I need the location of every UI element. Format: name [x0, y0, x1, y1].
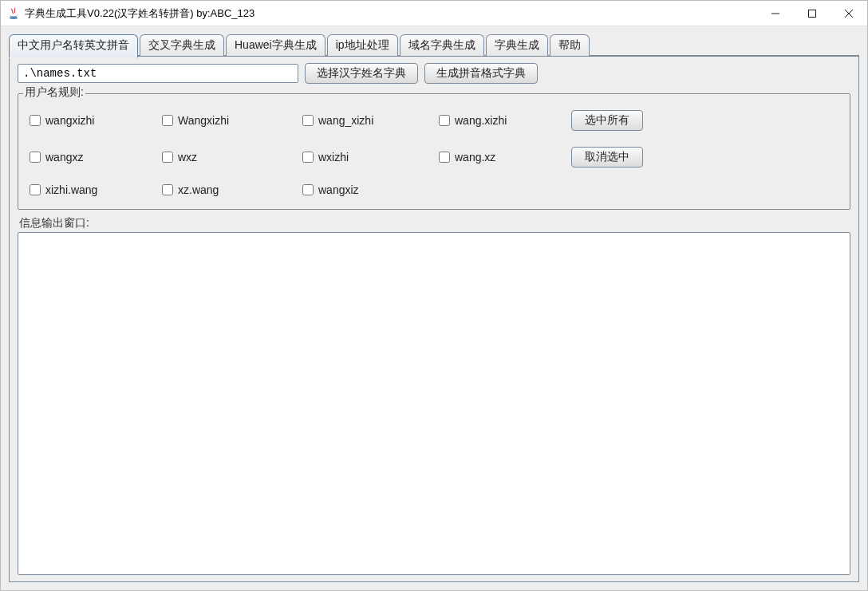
- select-all-button[interactable]: 选中所有: [571, 110, 643, 131]
- rule-label: wang_xizhi: [318, 114, 373, 127]
- titlebar: 字典生成工具V0.22(汉字姓名转拼音) by:ABC_123: [1, 1, 867, 26]
- checkbox-icon[interactable]: [162, 115, 173, 126]
- minimize-button[interactable]: [757, 1, 794, 26]
- svg-rect-2: [809, 10, 816, 17]
- app-window: 字典生成工具V0.22(汉字姓名转拼音) by:ABC_123 中文用户名转英文…: [0, 0, 868, 591]
- rule-checkbox[interactable]: wxizhi: [302, 151, 434, 164]
- tabstrip: 中文用户名转英文拼音 交叉字典生成 Huawei字典生成 ip地址处理 域名字典…: [9, 33, 859, 57]
- choose-dict-button[interactable]: 选择汉字姓名字典: [305, 63, 418, 84]
- content-area: 中文用户名转英文拼音 交叉字典生成 Huawei字典生成 ip地址处理 域名字典…: [1, 26, 867, 590]
- tab-ip[interactable]: ip地址处理: [327, 34, 398, 56]
- generate-pinyin-button[interactable]: 生成拼音格式字典: [424, 63, 538, 84]
- rule-label: wangxizhi: [45, 114, 94, 127]
- rules-group: 用户名规则: wangxizhi Wangxizhi wang_xizhi wa…: [18, 93, 850, 210]
- checkbox-icon[interactable]: [162, 152, 173, 163]
- rule-checkbox[interactable]: wangxiz: [302, 183, 434, 196]
- checkbox-icon[interactable]: [30, 152, 41, 163]
- rule-checkbox[interactable]: wang_xizhi: [302, 114, 434, 127]
- rule-checkbox[interactable]: wangxizhi: [30, 114, 157, 127]
- checkbox-icon[interactable]: [439, 115, 450, 126]
- checkbox-icon[interactable]: [162, 184, 173, 195]
- deselect-all-button[interactable]: 取消选中: [571, 147, 643, 167]
- rule-checkbox[interactable]: wxz: [162, 151, 298, 164]
- rule-checkbox[interactable]: wang.xizhi: [439, 114, 566, 127]
- top-row: 选择汉字姓名字典 生成拼音格式字典: [18, 63, 850, 84]
- tab-body: 选择汉字姓名字典 生成拼音格式字典 用户名规则: wangxizhi Wangx…: [9, 57, 859, 582]
- tab-domain-dict[interactable]: 域名字典生成: [400, 34, 484, 56]
- rule-checkbox[interactable]: wangxz: [30, 151, 157, 164]
- tab-help[interactable]: 帮助: [550, 34, 590, 56]
- rules-grid: wangxizhi Wangxizhi wang_xizhi wang.xizh…: [26, 107, 842, 201]
- rule-checkbox[interactable]: xizhi.wang: [30, 183, 157, 196]
- rule-label: wxz: [178, 151, 197, 164]
- rule-label: wangxiz: [318, 183, 359, 196]
- checkbox-icon[interactable]: [439, 152, 450, 163]
- rule-label: wxizhi: [318, 151, 349, 164]
- java-icon: [7, 7, 20, 20]
- rule-label: wangxz: [45, 151, 83, 164]
- rules-group-label: 用户名规则:: [23, 85, 85, 100]
- tab-cross-dict[interactable]: 交叉字典生成: [140, 34, 224, 56]
- checkbox-icon[interactable]: [302, 152, 314, 163]
- rule-label: Wangxizhi: [178, 114, 229, 127]
- checkbox-icon[interactable]: [302, 115, 314, 126]
- svg-point-0: [10, 17, 18, 18]
- path-input[interactable]: [18, 64, 298, 83]
- window-title: 字典生成工具V0.22(汉字姓名转拼音) by:ABC_123: [25, 6, 757, 21]
- rule-label: wang.xizhi: [455, 114, 507, 127]
- checkbox-icon[interactable]: [302, 184, 314, 195]
- rule-checkbox[interactable]: Wangxizhi: [162, 114, 298, 127]
- tab-huawei-dict[interactable]: Huawei字典生成: [226, 34, 326, 56]
- checkbox-icon[interactable]: [30, 115, 41, 126]
- output-label: 信息输出窗口:: [19, 216, 850, 230]
- output-box[interactable]: [18, 232, 850, 575]
- rule-checkbox[interactable]: wang.xz: [439, 151, 566, 164]
- checkbox-icon[interactable]: [30, 184, 41, 195]
- maximize-button[interactable]: [794, 1, 831, 26]
- tab-dict[interactable]: 字典生成: [486, 34, 548, 56]
- rule-checkbox[interactable]: xz.wang: [162, 183, 298, 196]
- close-button[interactable]: [831, 1, 867, 26]
- window-controls: [757, 1, 867, 26]
- rule-label: xz.wang: [178, 183, 219, 196]
- rule-label: wang.xz: [455, 151, 495, 164]
- rule-label: xizhi.wang: [45, 183, 97, 196]
- tab-pinyin[interactable]: 中文用户名转英文拼音: [9, 34, 138, 58]
